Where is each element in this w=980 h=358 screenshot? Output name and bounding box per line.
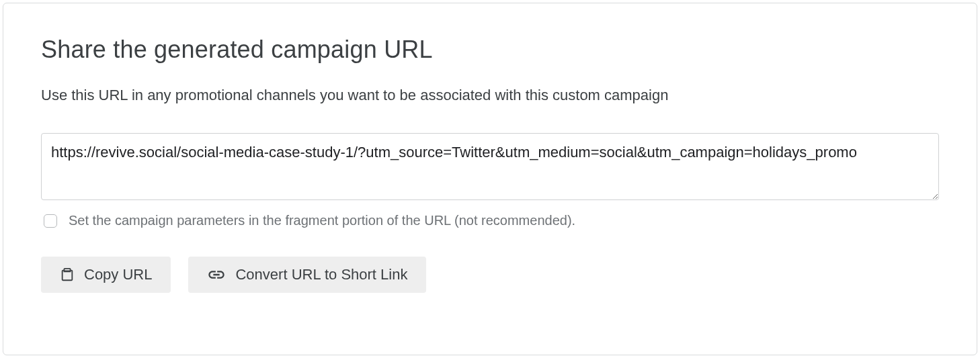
- fragment-option-row: Set the campaign parameters in the fragm…: [41, 212, 939, 230]
- share-url-card: Share the generated campaign URL Use thi…: [3, 3, 977, 355]
- copy-url-button[interactable]: Copy URL: [41, 257, 171, 293]
- link-icon: [207, 269, 226, 281]
- convert-short-link-button[interactable]: Convert URL to Short Link: [188, 257, 426, 293]
- fragment-checkbox[interactable]: [44, 214, 57, 228]
- convert-short-link-button-label: Convert URL to Short Link: [235, 266, 407, 283]
- generated-url-textarea[interactable]: https://revive.social/social-media-case-…: [41, 133, 939, 200]
- clipboard-icon: [60, 267, 75, 282]
- section-heading: Share the generated campaign URL: [41, 36, 939, 64]
- fragment-checkbox-label[interactable]: Set the campaign parameters in the fragm…: [69, 213, 575, 228]
- button-row: Copy URL Convert URL to Short Link: [41, 257, 939, 293]
- section-subheading: Use this URL in any promotional channels…: [41, 85, 939, 106]
- copy-url-button-label: Copy URL: [84, 266, 152, 283]
